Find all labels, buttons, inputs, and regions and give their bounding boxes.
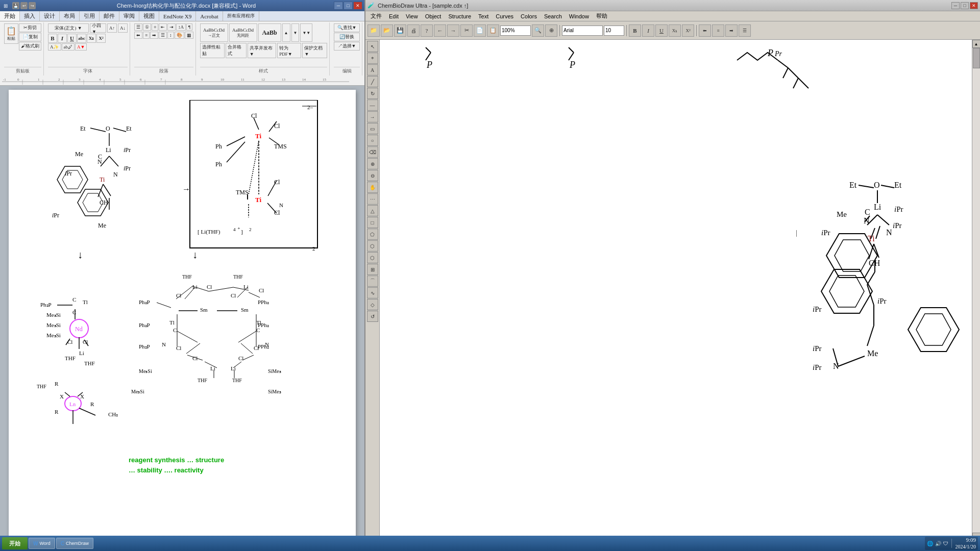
style-normal[interactable]: AaBbCcDd→正文 [200,23,228,42]
tab-references[interactable]: 引用 [80,11,100,21]
cd-italic-btn[interactable]: I [642,24,654,37]
menu-edit[interactable]: Edit [386,13,402,20]
subscript-btn[interactable]: X₂ [87,34,96,43]
cd-font-input[interactable] [562,26,603,36]
tab-endnote[interactable]: EndNote X9 [159,11,196,21]
tab-design[interactable]: 设计 [40,11,60,21]
cd-print-btn[interactable]: 🖨 [407,24,420,37]
tool-ring5[interactable]: ⬠ [367,229,378,240]
taskbar-word-btn[interactable]: W Word [29,538,55,549]
style-heading1[interactable]: AaBb [258,23,281,42]
style-scrollup[interactable]: ▲ [282,23,290,42]
cd-align-left-btn[interactable]: ⬅ [699,24,711,37]
shading-btn[interactable]: 🎨 [175,32,184,39]
cd-help-btn[interactable]: ? [421,24,433,37]
cd-paste-btn[interactable]: 📋 [487,24,499,37]
indent-decrease-btn[interactable]: ⇤ [159,23,167,31]
menu-file[interactable]: 文件 [368,12,385,20]
underline-btn[interactable]: U [67,34,77,43]
tool-zoom-out[interactable]: ⊖ [367,170,378,181]
tool-rotate2[interactable]: ↺ [367,311,378,322]
tool-ring4[interactable]: □ [367,217,378,228]
taskbar-chemdraw-btn[interactable]: C ChemDraw [56,538,93,549]
menu-text[interactable]: Text [475,13,492,20]
cd-open-btn[interactable]: 📂 [381,24,393,37]
font-size-decrease[interactable]: A↓ [118,23,128,33]
tab-layout[interactable]: 布局 [60,11,80,21]
cd-align-center-btn[interactable]: ≡ [712,24,724,37]
word-document-area[interactable]: Et O Et Li Me iPr [0,86,364,541]
copy-btn[interactable]: 📄复制 [19,33,41,41]
tab-mail[interactable]: 邮件 [100,11,119,21]
menu-object[interactable]: Object [422,13,445,20]
chemdraw-canvas[interactable]: P P P Pr [380,40,972,541]
tool-special2[interactable]: ∿ [367,287,378,298]
cd-fontsize-input[interactable] [604,26,624,36]
share-btn[interactable]: 共享并发布▼ [248,43,277,58]
tab-home[interactable]: 开始 [0,11,20,21]
style-more[interactable]: ▼▼ [300,23,312,42]
cd-forward-btn[interactable]: → [447,24,459,37]
cd-new-btn[interactable]: 📁 [368,24,380,37]
cut-btn[interactable]: ✂剪切 [19,23,41,32]
text-effect-btn[interactable]: A✨ [48,43,61,51]
cd-cut-btn[interactable]: ✂ [460,24,473,37]
style-no-spacing[interactable]: AaBbCcDd无间距 [229,23,257,42]
font-family-select[interactable]: 宋体(正文) ▼ [48,23,89,33]
tool-special1[interactable]: ⌒ [367,276,378,287]
tool-rotate[interactable]: ↻ [367,88,378,99]
replace-btn[interactable]: 🔄替换 [334,33,360,41]
paste-btn[interactable]: 📋粘贴 [4,23,18,44]
tool-ring6[interactable]: ⬡ [367,240,378,252]
menu-structure[interactable]: Structure [445,13,474,20]
tool-chain[interactable]: ⋯ [367,193,378,205]
word-maximize-btn[interactable]: □ [344,2,353,10]
tool-rect[interactable]: ▭ [367,123,378,134]
menu-help[interactable]: 帮助 [593,12,610,20]
cd-zoom-all-btn[interactable]: ⊕ [545,24,557,37]
tool-polygon[interactable]: ◇ [367,299,378,310]
tab-review[interactable]: 审阅 [119,11,139,21]
font-size-increase[interactable]: A↑ [107,23,117,33]
tool-ring3[interactable]: △ [367,205,378,216]
sort-btn[interactable]: ↕A [176,23,186,31]
menu-curves[interactable]: Curves [493,13,517,20]
cd-sup-btn[interactable]: X² [682,24,694,37]
align-right-btn[interactable]: ➡ [150,32,158,39]
word-close-btn[interactable]: ✕ [353,2,362,10]
border-btn[interactable]: ▦ [185,32,193,39]
word-minimize-btn[interactable]: ─ [334,2,343,10]
find-btn[interactable]: 🔍查找▼ [334,23,360,32]
tool-line[interactable]: — [367,99,378,111]
cd-save-btn[interactable]: 💾 [394,24,406,37]
bullet-list-btn[interactable]: ☰ [134,23,142,31]
tool-lasso[interactable]: ⌖ [367,53,378,64]
tool-text[interactable]: A [367,64,378,76]
start-button[interactable]: 开始 [2,537,28,549]
font-size-select[interactable]: 小四 ▼ [90,23,106,33]
cd-align-justify-btn[interactable]: ☰ [739,24,751,37]
scroll-track[interactable] [972,48,980,533]
select-btn[interactable]: ↗选择▼ [334,42,360,51]
tool-bond[interactable]: ╱ [367,76,378,87]
menu-search[interactable]: Search [541,13,565,20]
tool-arrow[interactable]: → [367,111,378,122]
style-scrolldown[interactable]: ▼ [291,23,300,42]
pdf-btn[interactable]: 转为PDF▼ [277,43,301,58]
tool-ring6filled[interactable]: ⬡ [367,252,378,263]
cd-zoom-fit-btn[interactable]: 🔍 [532,24,544,37]
numbered-list-btn[interactable]: ① [143,23,151,31]
superscript-btn[interactable]: X² [96,34,106,43]
cd-zoom-input[interactable] [500,26,531,36]
tool-zoom-in[interactable]: ⊕ [367,158,378,169]
tool-template[interactable]: ⊞ [367,264,378,275]
tab-view[interactable]: 视图 [139,11,159,21]
cd-copy-btn[interactable]: 📄 [474,24,486,37]
tool-pan[interactable]: ✋ [367,182,378,193]
scroll-thumb[interactable] [973,48,980,68]
cd-back-btn[interactable]: ← [434,24,446,37]
strikethrough-btn[interactable]: abc [77,34,86,43]
scroll-up-btn[interactable]: ▲ [972,40,981,48]
tab-allapps[interactable]: 所有应用程序 [223,11,259,21]
quick-undo-btn[interactable]: ↩ [20,2,28,9]
